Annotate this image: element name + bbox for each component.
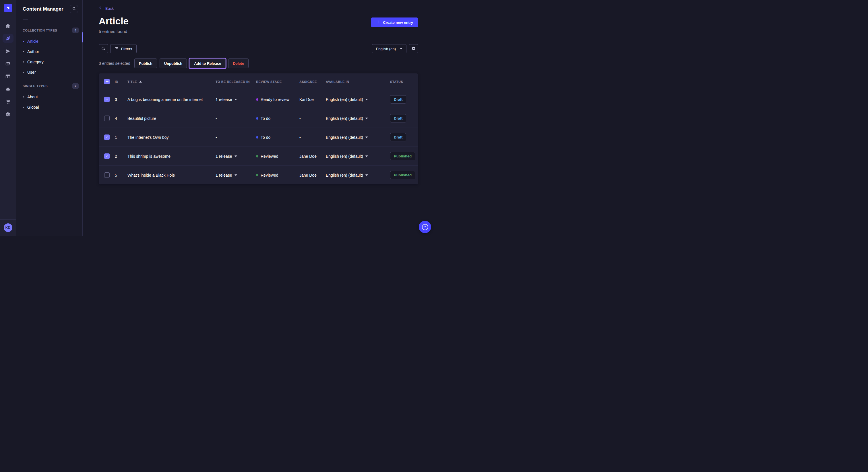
create-new-entry-button[interactable]: Create new entry [371,18,418,27]
chevron-down-icon [365,117,368,119]
layout-icon[interactable] [3,72,13,80]
table-row[interactable]: 4Beautiful picture-To do-English (en) (d… [99,109,418,128]
chevron-down-icon [235,156,237,157]
cell-status: Draft [390,95,418,103]
row-checkbox-checked[interactable] [104,134,110,140]
row-checkbox-unchecked[interactable] [104,172,110,178]
add-to-release-button[interactable]: Add to Release [189,59,226,68]
cell-available-in[interactable]: English (en) (default) [326,97,390,102]
bullet-icon [23,96,24,98]
status-badge: Draft [390,114,406,123]
bullet-icon [23,51,24,52]
stage-dot-icon [256,174,258,176]
cell-review-stage: To do [256,135,299,140]
table-body: 3A bug is becoming a meme on the interne… [99,90,418,184]
cell-id: 1 [115,135,127,140]
settings-gear-icon[interactable] [3,110,13,119]
gear-icon [411,46,415,52]
cell-select [99,154,115,159]
cell-id: 4 [115,116,127,121]
row-checkbox-unchecked[interactable] [104,115,110,121]
main-content: Back Article 5 entries found Create new … [83,0,434,236]
cell-id: 3 [115,97,127,102]
sidebar-item-user[interactable]: User [16,67,82,77]
sidebar-item-label: User [27,70,36,74]
cell-review-stage: Ready to review [256,97,299,102]
column-header-review-stage: REVIEW STAGE [256,80,299,83]
row-checkbox-checked[interactable] [104,154,110,159]
table-row[interactable]: 1The internet's Own boy-To do-English (e… [99,128,418,146]
sidebar-item-article[interactable]: Article [16,36,82,46]
cell-select [99,115,115,121]
selection-count-text: 3 entries selected [99,61,130,66]
cloud-icon[interactable] [3,85,13,93]
cell-assignee: Jane Doe [299,154,326,159]
status-badge: Published [390,152,415,160]
rail-icon-list [3,22,13,119]
list-search-button[interactable] [99,44,108,53]
cell-available-in[interactable]: English (en) (default) [326,173,390,177]
cell-to-be-released-in[interactable]: 1 release [216,173,256,177]
cell-available-in[interactable]: English (en) (default) [326,116,390,121]
table-row[interactable]: 3A bug is becoming a meme on the interne… [99,90,418,109]
cell-select [99,172,115,178]
sidebar-item-about[interactable]: About [16,92,82,102]
content-manager-sidebar: Content Manager COLLECTION TYPES 4 Artic… [16,0,83,236]
table-row[interactable]: 2This shrimp is awesome1 releaseReviewed… [99,146,418,165]
cell-available-in[interactable]: English (en) (default) [326,154,390,159]
bullet-icon [23,41,24,42]
cell-to-be-released-in[interactable]: 1 release [216,97,256,102]
send-icon[interactable] [3,47,13,55]
column-header-title[interactable]: TITLE [127,80,216,83]
sidebar-item-global[interactable]: Global [16,102,82,112]
view-settings-button[interactable] [409,44,418,53]
sidebar-search-button[interactable] [70,5,78,13]
help-button[interactable]: ? [419,221,431,233]
home-icon[interactable] [3,22,13,30]
cell-title: This shrimp is awesome [127,154,216,159]
filters-button[interactable]: Filters [110,44,136,53]
column-header-id[interactable]: ID [115,80,127,83]
cart-icon[interactable] [3,97,13,106]
select-all-checkbox[interactable] [104,79,110,84]
media-library-icon[interactable] [3,59,13,68]
strapi-logo[interactable] [4,4,12,12]
search-icon [101,46,105,52]
back-link[interactable]: Back [99,6,114,11]
cell-title: The internet's Own boy [127,135,216,140]
entries-count-text: 5 entries found [99,29,129,34]
status-badge: Published [390,171,415,179]
chevron-down-icon [400,48,402,49]
sidebar-item-label: Category [27,60,43,64]
single-types-count-badge: 2 [72,83,79,89]
app-window: KD Content Manager COLLECTION TYPES 4 Ar… [0,0,434,236]
delete-button[interactable]: Delete [228,59,249,68]
status-badge: Draft [390,133,406,141]
column-header-available-in: AVAILABLE IN [326,80,390,83]
main-nav-rail: KD [0,0,16,236]
bullet-icon [23,107,24,108]
publish-button[interactable]: Publish [134,59,157,68]
strapi-logo-icon [6,6,10,10]
cell-title: Beautiful picture [127,116,216,121]
locale-select[interactable]: English (en) [372,44,406,53]
table-row[interactable]: 5What's inside a Black Hole1 releaseRevi… [99,165,418,184]
chevron-down-icon [235,99,237,100]
cell-available-in[interactable]: English (en) (default) [326,135,390,140]
cell-status: Draft [390,133,418,141]
cell-id: 2 [115,154,127,159]
chevron-down-icon [365,156,368,157]
sidebar-item-category[interactable]: Category [16,57,82,67]
indeterminate-icon [105,81,108,82]
sidebar-title: Content Manager [23,6,63,12]
content-manager-icon[interactable] [3,34,13,43]
cell-assignee: Kai Doe [299,97,326,102]
sidebar-item-author[interactable]: Author [16,46,82,57]
unpublish-button[interactable]: Unpublish [160,59,187,68]
chevron-down-icon [235,174,237,176]
row-checkbox-checked[interactable] [104,97,110,102]
rail-bottom: KD [0,220,16,236]
avatar[interactable]: KD [4,224,12,232]
cell-to-be-released-in[interactable]: 1 release [216,154,256,159]
cell-review-stage: Reviewed [256,173,299,177]
